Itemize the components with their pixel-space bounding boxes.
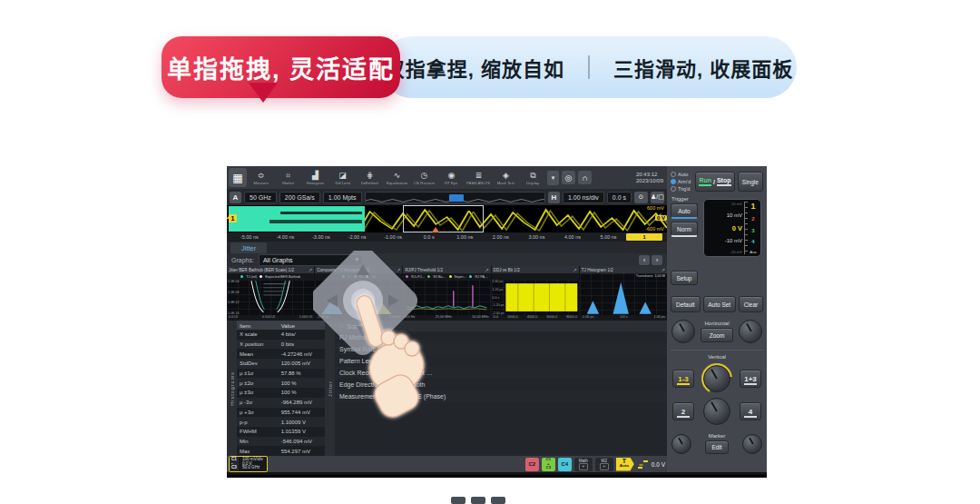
zoom-button[interactable]: Zoom [701,328,733,342]
toolbar-diff-limit[interactable]: ◪ Diff Limit [329,167,356,188]
waveform-overview-scrollbar[interactable] [365,192,545,203]
apps-grid-icon[interactable]: ▦ [229,168,247,187]
run-stop-button[interactable]: Run / Stop [695,172,735,192]
waveform-selection-region[interactable] [229,206,365,232]
panel-composite-histogram[interactable]: Composite TJ Histogram 1/2 ↗ TJ RJ DJ [315,266,402,321]
table-row[interactable]: μ -3σ-964.289 mV [237,398,325,408]
tab-histograms-vertical[interactable]: Histograms [227,321,237,456]
setting-row[interactable]: Symbol Rate [335,343,667,355]
tab-jitter[interactable]: Jitter [230,242,267,253]
source-settings-panel[interactable]: ∷ Source RJ Method Symbol Rate Pattern L… [335,321,667,456]
clear-button[interactable]: Clear [739,296,763,312]
graphs-dropdown[interactable]: All Graphs ▾ [259,254,363,266]
trigger-norm-button[interactable]: Norm [671,222,698,237]
toolbar-rt-eye[interactable]: ◉ RT Eye [438,167,465,188]
trigger-chip[interactable]: T Auto [616,458,634,471]
panel-tj-histogram[interactable]: TJ Histogram 1/2 ↗ Transitions: 1.00 M -… [580,266,667,321]
expand-icon[interactable]: ↗ [573,267,577,272]
expand-icon[interactable]: ↗ [309,267,312,272]
horizontal-scale-knob[interactable] [671,320,695,343]
clock-icon[interactable]: ⊙ [634,192,648,203]
channel-4-button[interactable]: 4 [740,402,761,420]
overview-position-thumb[interactable] [449,194,464,202]
channel4-chip[interactable]: C4 [558,458,572,471]
default-button[interactable]: Default [671,296,701,312]
results-table[interactable]: Item Value X scale4 bits/ X position0 bi… [237,321,325,456]
toolbar-histogram[interactable]: ▟ Histogram [302,167,328,188]
toolbar-more-dropdown[interactable]: ▾ [547,171,559,185]
zoom-window-box[interactable] [403,205,484,232]
setting-row[interactable]: Edge DirectionBoth [335,379,667,390]
memory-depth-field[interactable]: 1.00 Mpts [323,192,362,203]
panel-ddj-vs-bit[interactable]: DDJ vs Bit 1/2 ↗ 2.40 ps 1.20 ps 0.0 s -… [492,266,579,321]
vertical-scale-knob[interactable] [703,365,730,392]
trigger-setup-button[interactable]: Setup [671,271,698,285]
toolbar-marker[interactable]: ⌗ Marker [275,167,301,188]
toolbar-measure[interactable]: ≎ Measure [248,167,274,188]
touch-icon[interactable]: ◎ [562,171,575,184]
table-row[interactable]: X position0 bits [237,340,325,350]
acq-h-button[interactable]: H [548,192,560,203]
table-row[interactable]: StdDev120.005 mV [237,359,325,369]
bandwidth-field[interactable]: 50 GHz [244,192,277,203]
table-row[interactable]: μ ±3σ100 % [237,388,325,398]
expand-icon[interactable]: ↗ [662,267,665,272]
add-icon[interactable]: + [600,463,609,470]
expand-icon[interactable]: ↗ [397,267,400,272]
graph-prev-button[interactable]: ‹ [639,255,650,265]
toolbar-deembed[interactable]: ⋕ DeEmbed [357,167,383,188]
table-row[interactable]: X scale4 bits/ [237,330,325,340]
expand-icon[interactable]: ↗ [485,267,488,272]
auto-set-button[interactable]: Auto Set [703,296,736,312]
marker-edit-button[interactable]: Edit [705,440,729,454]
toolbar-mask-test[interactable]: ◈ Mask Test [493,167,519,188]
toolbar-clk-recover[interactable]: ◷ Clk Recover [411,167,437,188]
table-row[interactable]: μ +3σ955.744 mV [237,408,325,418]
table-row[interactable]: Min-546.094 mV [237,437,325,447]
annotation-toggle-icon[interactable]: ♟/▢ [651,192,664,203]
channel1-status-badge[interactable]: C1 - C3 100 mV/div 0.0 V 50.0 GHz [229,456,268,472]
channel-1-3-button[interactable]: 1-3 [672,370,694,388]
table-row[interactable]: FWHM1.01359 V [237,427,325,437]
single-button[interactable]: Single [738,172,763,192]
bell-icon[interactable]: ∩ [578,171,592,184]
panel-rj-pj-threshold[interactable]: RJ/PJ Threshold 1/2 ↗ RJ+PJ… RJ Ba… Sepe… [403,266,490,321]
panel-ber-bathtub[interactable]: Jitter BER Bathtub (BER Scale) 1/2 ↗ TJ … [227,266,314,321]
setting-row[interactable]: Pattern Length [335,355,667,367]
sample-rate-field[interactable]: 200 GSa/s [279,192,320,203]
legend-dot [240,275,243,278]
drag-handle-icon[interactable]: ∷ [339,322,343,330]
channel2-chip[interactable]: C2 [525,458,539,471]
acq-a-button[interactable]: A [230,192,241,203]
horizontal-position-knob[interactable] [739,320,762,343]
vertical-position-knob[interactable] [703,398,730,425]
marker-a-knob[interactable] [671,434,691,454]
deembed-icon: ⋕ [367,171,374,180]
table-row[interactable]: Max554.297 mV [237,446,325,456]
table-row[interactable]: μ ±2σ100 % [237,378,325,388]
scale-bottom-label: -600 mV [645,226,664,232]
table-row[interactable]: μ ±1σ57.88 % [237,369,325,379]
waveform-display[interactable]: 1 600 mV 0 V -600 mV [227,205,667,232]
hposition-field[interactable]: 0.0 s [607,192,632,203]
channel-1plus3-button[interactable]: 1+3 [740,370,761,388]
math2-chip[interactable]: M2 + [595,458,613,471]
setting-row[interactable]: Clock RecoveryFirst … [335,367,667,379]
add-icon[interactable]: + [579,463,588,470]
table-row[interactable]: p-p1.10009 V [237,417,325,427]
table-row[interactable]: Mean-4.27246 mV [237,349,325,359]
channel13-chip[interactable]: C1+C3 [542,458,555,471]
tab-jitter-vertical[interactable]: Jitter [325,321,335,456]
channel-2-button[interactable]: 2 [672,402,694,420]
math1-chip[interactable]: Math + [574,458,593,471]
marker-b-knob[interactable] [742,434,762,454]
graph-next-button[interactable]: › [652,255,662,265]
toolbar-display[interactable]: ⧉ Display [520,167,546,188]
hscale-field[interactable]: 1.00 ns/div [563,192,604,203]
setting-row[interactable]: MeasurementTIE (Phase) [335,390,667,402]
acquisition-bar: A 50 GHz 200 GSa/s 1.00 Mpts H 1.00 ns/d… [227,189,667,205]
toolbar-equalization[interactable]: ∿ Equalization [384,167,410,188]
setting-row[interactable]: RJ Method [335,331,667,343]
toolbar-pam4[interactable]: ≣ PAM4 ANLYS [466,167,492,188]
trigger-auto-button[interactable]: Auto [671,203,698,219]
